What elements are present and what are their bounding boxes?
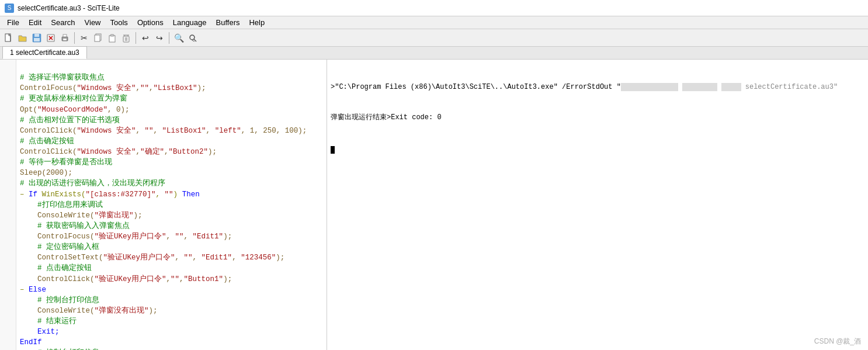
delete-button[interactable] — [120, 32, 133, 44]
watermark: CSDN @裁_酒 — [814, 337, 861, 346]
output-pane: >"C:\Program Files (x86)\AutoIt3\SciTE\.… — [327, 60, 868, 350]
undo-button[interactable]: ↩ — [139, 32, 152, 44]
code-line-1: # 选择证书弹窗获取焦点 — [20, 74, 105, 82]
find-next-button[interactable] — [186, 32, 199, 44]
svg-rect-13 — [95, 35, 100, 41]
code-line-23: ConsoleWrite("弹窗没有出现"); — [20, 307, 158, 315]
code-line-24: # 结束运行 — [20, 317, 77, 325]
code-line-18: ControlSetText("验证UKey用户口令", "", "Edit1"… — [20, 254, 284, 262]
menu-options[interactable]: Options — [133, 17, 168, 28]
code-line-13: #打印信息用来调试 — [20, 201, 103, 209]
code-line-14: ConsoleWrite("弹窗出现"); — [20, 212, 143, 220]
main-content: # 选择证书弹窗获取焦点 ControlFocus("Windows 安全","… — [0, 60, 868, 350]
code-line-4: Opt("MouseCoordMode", 0); — [20, 106, 130, 114]
window-title: selectCertificate.au3 - SciTE-Lite — [18, 4, 120, 12]
tab-main-file[interactable]: 1 selectCertificate.au3 — [2, 46, 87, 59]
svg-point-22 — [190, 35, 195, 40]
code-editor[interactable]: # 选择证书弹窗获取焦点 ControlFocus("Windows 安全","… — [16, 60, 327, 350]
menu-search[interactable]: Search — [46, 17, 79, 28]
code-line-8: ControlClick("Windows 安全","确定","Button2"… — [20, 148, 217, 156]
copy-button[interactable] — [92, 32, 105, 44]
menu-help[interactable]: Help — [244, 17, 269, 28]
svg-rect-10 — [63, 34, 67, 37]
open-button[interactable] — [16, 32, 29, 44]
code-line-26: EndIf — [20, 338, 42, 346]
svg-rect-15 — [110, 34, 114, 36]
code-line-9: # 等待一秒看弹窗是否出现 — [20, 158, 112, 167]
svg-rect-14 — [109, 36, 115, 42]
menu-language[interactable]: Language — [168, 17, 211, 28]
menu-file[interactable]: File — [2, 17, 24, 28]
paste-button[interactable] — [106, 32, 119, 44]
find-button[interactable]: 🔍 — [172, 32, 185, 44]
code-line-2: ControlFocus("Windows 安全","","ListBox1")… — [20, 84, 206, 92]
svg-line-24 — [192, 40, 195, 41]
output-cursor — [331, 143, 864, 153]
new-button[interactable] — [2, 32, 15, 44]
toolbar: ✂ ↩ ↪ 🔍 — [0, 29, 868, 47]
code-line-12: – If WinExists("[class:#32770]", "") The… — [20, 190, 200, 199]
code-line-20: ControlClick("验证UKey用户口令","","Button1"); — [20, 275, 232, 283]
separator-1 — [74, 32, 75, 44]
code-line-10: Sleep(2000); — [20, 169, 72, 177]
redo-button[interactable]: ↪ — [153, 32, 166, 44]
code-line-16: ControlFocus("验证UKey用户口令", "", "Edit1"); — [20, 233, 232, 241]
line-numbers — [0, 60, 16, 350]
svg-rect-4 — [34, 34, 39, 37]
code-line-25: Exit; — [20, 328, 60, 336]
menu-view[interactable]: View — [80, 17, 106, 28]
save-button[interactable] — [30, 32, 43, 44]
menu-edit[interactable]: Edit — [24, 17, 46, 28]
output-line-1: >"C:\Program Files (x86)\AutoIt3\SciTE\.… — [331, 82, 864, 92]
separator-3 — [169, 32, 169, 44]
code-line-19: # 点击确定按钮 — [20, 264, 92, 272]
output-line-2: 弹窗出现运行结束>Exit code: 0 — [331, 113, 864, 123]
code-line-22: # 控制台打印信息 — [20, 296, 99, 304]
code-line-5: # 点击相对位置下的证书选项 — [20, 116, 120, 124]
code-line-3: # 更改鼠标坐标相对位置为弹窗 — [20, 95, 127, 103]
code-line-21: – Else — [20, 286, 46, 294]
code-line-7: # 点击确定按钮 — [20, 137, 74, 145]
tab-bar: 1 selectCertificate.au3 — [0, 47, 868, 60]
title-bar: S selectCertificate.au3 - SciTE-Lite — [0, 0, 868, 16]
svg-rect-16 — [123, 36, 129, 42]
code-line-11: # 出现的话进行密码输入，没出现关闭程序 — [20, 179, 165, 188]
editor-pane: # 选择证书弹窗获取焦点 ControlFocus("Windows 安全","… — [0, 60, 327, 350]
app-icon: S — [5, 4, 14, 13]
close-file-button[interactable] — [44, 32, 57, 44]
cut-button[interactable]: ✂ — [78, 32, 91, 44]
separator-2 — [136, 32, 136, 44]
svg-rect-5 — [34, 38, 40, 41]
print-button[interactable] — [58, 32, 71, 44]
code-line-15: # 获取密码输入入弹窗焦点 — [20, 222, 130, 230]
code-line-6: ControlClick("Windows 安全", "", "ListBox1… — [20, 127, 307, 135]
svg-rect-11 — [63, 39, 67, 40]
menu-buffers[interactable]: Buffers — [211, 17, 245, 28]
menu-tools[interactable]: Tools — [106, 17, 133, 28]
menu-bar: File Edit Search View Tools Options Lang… — [0, 16, 868, 29]
code-line-17: # 定位密码输入框 — [20, 243, 99, 251]
